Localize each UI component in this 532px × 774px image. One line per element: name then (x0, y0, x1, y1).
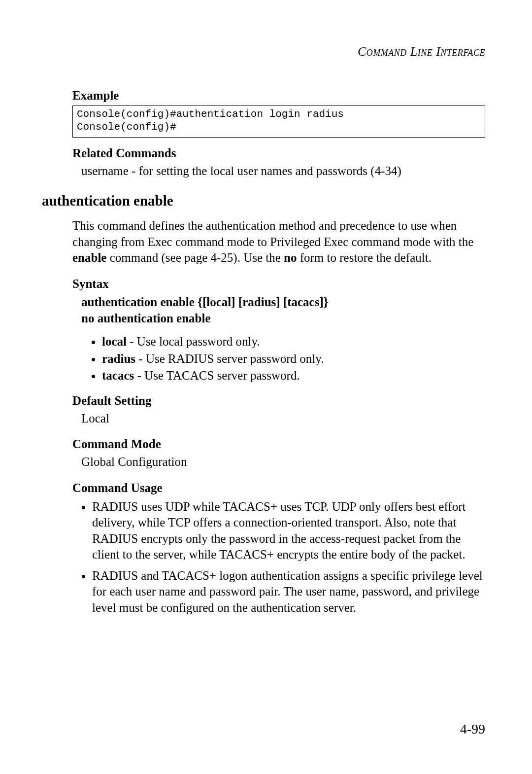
content-block: Example Console(config)#authentication l… (42, 89, 485, 179)
desc-text-mid: command (see page 4-25). Use the (106, 251, 284, 264)
syntax-heading: Syntax (72, 277, 485, 291)
page-number: 4-99 (460, 721, 485, 737)
page: Command Line Interface Example Console(c… (0, 0, 532, 774)
syntax-block: authentication enable {[local] [radius] … (72, 294, 485, 327)
example-code: Console(config)#authentication login rad… (72, 106, 485, 138)
syntax-option-tacacs: tacacs - Use TACACS server password. (102, 368, 485, 384)
syntax-options-list: local - Use local password only. radius … (72, 334, 485, 384)
option-radius-desc: - Use RADIUS server password only. (135, 352, 324, 365)
section-title: authentication enable (42, 193, 485, 209)
syntax-line-1: authentication enable {[local] [radius] … (81, 294, 485, 311)
desc-bold-enable: enable (72, 251, 106, 264)
command-usage-heading: Command Usage (72, 481, 485, 495)
option-tacacs-name: tacacs (102, 369, 134, 382)
related-commands-heading: Related Commands (72, 146, 485, 160)
option-local-name: local (102, 335, 127, 348)
command-mode-value: Global Configuration (72, 454, 485, 470)
command-usage-list: RADIUS uses UDP while TACACS+ uses TCP. … (72, 499, 485, 616)
syntax-line-2: no authentication enable (81, 310, 485, 327)
syntax-option-local: local - Use local password only. (102, 334, 485, 350)
option-tacacs-desc: - Use TACACS server password. (134, 369, 299, 382)
section-body: This command defines the authentication … (42, 218, 485, 616)
desc-text-pre: This command defines the authentication … (72, 219, 473, 248)
section-description: This command defines the authentication … (72, 218, 485, 266)
command-mode-heading: Command Mode (72, 437, 485, 451)
usage-item-1: RADIUS uses UDP while TACACS+ uses TCP. … (92, 499, 485, 563)
syntax-option-radius: radius - Use RADIUS server password only… (102, 351, 485, 367)
option-radius-name: radius (102, 352, 135, 365)
related-commands-text: username - for setting the local user na… (72, 163, 485, 179)
running-head: Command Line Interface (42, 44, 485, 59)
default-setting-value: Local (72, 411, 485, 427)
desc-bold-no: no (284, 251, 297, 264)
example-heading: Example (72, 89, 485, 103)
usage-item-2: RADIUS and TACACS+ logon authentication … (92, 568, 485, 616)
desc-text-post: form to restore the default. (297, 251, 432, 264)
option-local-desc: - Use local password only. (127, 335, 260, 348)
default-setting-heading: Default Setting (72, 394, 485, 408)
